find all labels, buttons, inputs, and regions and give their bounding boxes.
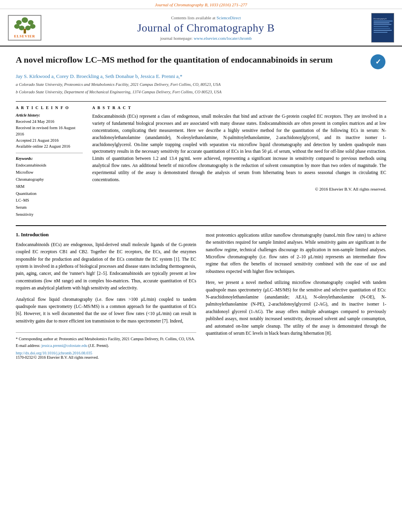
svg-rect-13 [374, 22, 389, 23]
svg-text:Journal of: Journal of [373, 15, 382, 17]
email-suffix: (J.E. Prenni). [88, 343, 109, 348]
article-info: A R T I C L E I N F O Article history: R… [16, 106, 83, 218]
article-title: A novel microflow LC–MS method for the q… [16, 54, 367, 66]
affiliation-a: a Colorado State University, Proteomics … [16, 82, 386, 88]
keyword-4: SRM [16, 183, 83, 190]
body-right-column: most proteomics applications utilize nan… [206, 232, 386, 360]
keyword-7: Serum [16, 204, 83, 211]
email-footnote: E-mail address: jessica.prenni@colostate… [16, 343, 196, 348]
cover-svg: Journal of Chromatography B [372, 13, 394, 43]
keyword-1: Endocannabinoids [16, 162, 83, 169]
body-left-column: 1. Introduction Endocannabinoids (ECs) a… [16, 232, 196, 360]
svg-rect-17 [374, 30, 392, 31]
svg-point-0 [22, 17, 28, 23]
svg-point-6 [25, 26, 31, 30]
abstract-section: A B S T R A C T Endocannabinoids (ECs) r… [92, 106, 386, 218]
abstract-text: Endocannabinoids (ECs) represent a class… [92, 113, 386, 183]
journal-cover: Journal of Chromatography B [368, 13, 394, 43]
elsevier-logo: ELSEVIER [8, 15, 43, 41]
elsevier-wordmark: ELSEVIER [14, 34, 35, 38]
copyright-line: © 2016 Elsevier B.V. All rights reserved… [92, 187, 386, 191]
svg-rect-16 [374, 28, 390, 29]
homepage-link[interactable]: www.elsevier.com/locate/chromb [194, 36, 251, 41]
title-section: A novel microflow LC–MS method for the q… [16, 54, 386, 70]
keyword-8: Sensitivity [16, 211, 83, 218]
keyword-6: LC–MS [16, 197, 83, 204]
svg-rect-7 [24, 29, 26, 33]
introduction-heading: 1. Introduction [16, 232, 196, 238]
article-info-heading: A R T I C L E I N F O [16, 106, 83, 110]
affiliation-b: b Colorado State University, Department … [16, 89, 386, 95]
doi-line[interactable]: http://dx.doi.org/10.1016/j.jchromb.2016… [16, 351, 196, 355]
cover-image: Journal of Chromatography B [371, 13, 394, 43]
keyword-2: Microflow [16, 169, 83, 176]
received-date: Received 24 May 2016 [16, 119, 83, 125]
keyword-5: Quantitation [16, 190, 83, 197]
right-paragraph-1: most proteomics applications utilize nan… [206, 232, 386, 275]
email-link[interactable]: jessica.prenni@colostate.edu [41, 343, 87, 348]
article-content: A novel microflow LC–MS method for the q… [0, 46, 402, 367]
email-label: E-mail address: [16, 343, 40, 348]
svg-rect-9 [372, 13, 394, 18]
available-date: Available online 22 August 2016 [16, 143, 83, 150]
elsevier-tree-icon [13, 17, 37, 33]
abstract-heading: A B S T R A C T [92, 106, 386, 110]
svg-rect-12 [374, 20, 393, 22]
journal-citation: Journal of Chromatography B, 1033 (2016)… [155, 2, 247, 7]
accepted-date: Accepted 21 August 2016 [16, 137, 83, 144]
info-divider-1 [16, 153, 83, 153]
svg-point-4 [30, 24, 35, 29]
svg-rect-18 [374, 32, 387, 33]
article-meta-section: A R T I C L E I N F O Article history: R… [16, 101, 386, 218]
keyword-3: Chromatography [16, 176, 83, 183]
article-footer: * Corresponding author at: Proteomics an… [16, 332, 196, 360]
svg-point-5 [19, 26, 24, 30]
crossmark: ✓ [370, 54, 386, 70]
keywords-label: Keywords: [16, 156, 83, 161]
sciencedirect-link[interactable]: ScienceDirect [216, 15, 241, 20]
svg-point-3 [14, 24, 20, 29]
intro-paragraph-2: Analytical flow liquid chromatography (i… [16, 296, 196, 325]
page-wrapper: Journal of Chromatography B, 1033 (2016)… [0, 0, 402, 532]
svg-rect-14 [374, 24, 391, 25]
svg-text:Chromatography B: Chromatography B [373, 18, 387, 20]
contents-available-line: Contents lists available at ScienceDirec… [43, 15, 368, 20]
revised-date: Received in revised form 16 August 2016 [16, 125, 83, 137]
svg-rect-15 [374, 26, 389, 27]
intro-paragraph-1: Endocannabinoids (ECs) are endogenous, l… [16, 241, 196, 292]
top-banner: Journal of Chromatography B, 1033 (2016)… [0, 0, 402, 9]
keywords-list: Endocannabinoids Microflow Chromatograph… [16, 162, 83, 218]
journal-center: Contents lists available at ScienceDirec… [43, 15, 368, 41]
journal-header: ELSEVIER Contents lists available at Sci… [0, 9, 402, 46]
journal-title: Journal of Chromatography B [43, 22, 368, 34]
elsevier-logo-box: ELSEVIER [8, 15, 41, 41]
footnote-star: * Corresponding author at: Proteomics an… [16, 336, 196, 342]
article-history-label: Article history: [16, 113, 83, 117]
issn-line: 1570-0232/© 2016 Elsevier B.V. All right… [16, 355, 196, 360]
right-paragraph-2: Here, we present a novel method utilizin… [206, 279, 386, 337]
article-body: 1. Introduction Endocannabinoids (ECs) a… [16, 225, 386, 360]
authors-line: Jay S. Kirkwood a, Corey D. Broeckling a… [16, 73, 386, 80]
homepage-line: journal homepage: www.elsevier.com/locat… [43, 36, 368, 41]
crossmark-icon: ✓ [370, 54, 385, 69]
